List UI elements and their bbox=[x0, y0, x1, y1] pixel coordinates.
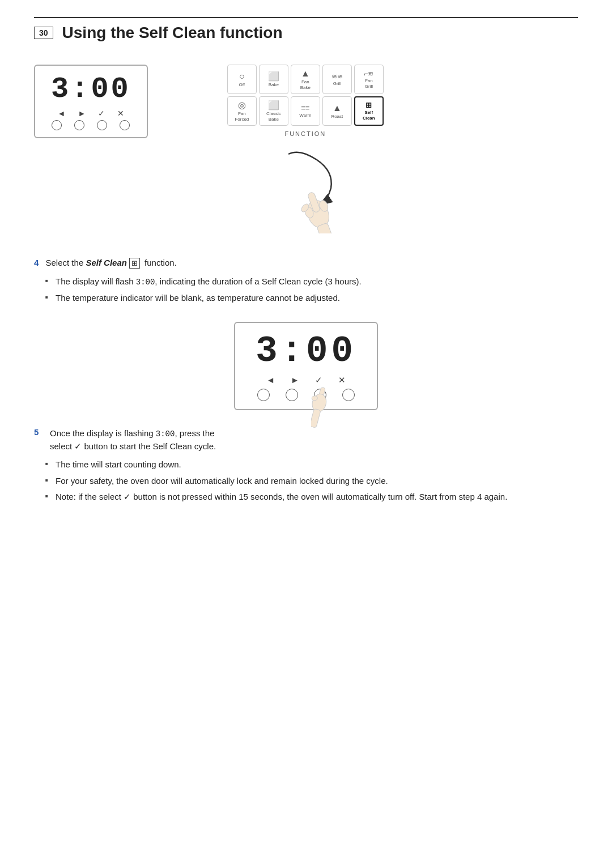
func-grill-icon: ≋≋ bbox=[332, 73, 343, 80]
func-off-icon: ○ bbox=[239, 72, 245, 81]
func-warm-label: Warm bbox=[299, 113, 311, 118]
display-circles-small bbox=[52, 120, 130, 130]
func-roast: ▲ Roast bbox=[322, 96, 352, 126]
func-classic-bake: ⬜ ClassicBake bbox=[259, 96, 288, 126]
display-panel-small: 3:00 ◄ ► ✓ ✕ bbox=[34, 65, 148, 138]
bullet2-item1: The time will start counting down. bbox=[45, 458, 578, 471]
bullets1-list: The display will flash 3:00, indicating … bbox=[45, 275, 578, 305]
btn-fwd-small: ► bbox=[78, 109, 86, 118]
func-roast-icon: ▲ bbox=[333, 104, 342, 113]
middle-diagram-area: 3:00 ◄ ► ✓ ✕ bbox=[34, 322, 578, 410]
display-buttons-small: ◄ ► ✓ ✕ bbox=[58, 109, 125, 118]
func-fan-grill-label: FanGrill bbox=[365, 78, 373, 89]
function-panel-area: ○ Off ⬜ Bake ▲ FanBake ≋≋ Grill ⌐≋ Fan bbox=[227, 65, 384, 235]
func-fan-grill: ⌐≋ FanGrill bbox=[354, 65, 384, 94]
btn-fwd-large: ► bbox=[291, 375, 299, 385]
step4-text-before: Select the bbox=[46, 258, 86, 267]
func-off-label: Off bbox=[239, 82, 245, 88]
func-self-clean-icon: ⊞ bbox=[366, 101, 372, 109]
func-bake-icon: ⬜ bbox=[268, 72, 279, 81]
circle-large-3-wrapper bbox=[314, 389, 326, 401]
circle-3 bbox=[97, 120, 107, 130]
step4-block: 4 Select the Self Clean⊞ function. bbox=[34, 258, 578, 267]
step4-number: 4 bbox=[34, 258, 39, 267]
func-bake: ⬜ Bake bbox=[259, 65, 288, 94]
page-title: Using the Self Clean function bbox=[62, 24, 283, 42]
circle-4 bbox=[120, 120, 130, 130]
func-fan-bake-label: FanBake bbox=[300, 79, 311, 90]
step4-text-after: function. bbox=[142, 258, 177, 267]
func-grill-label: Grill bbox=[333, 81, 341, 87]
flash-time-5: 3:00 bbox=[156, 429, 175, 439]
hand-pointing-svg bbox=[243, 143, 368, 233]
display-panel-large-wrapper: 3:00 ◄ ► ✓ ✕ bbox=[234, 322, 378, 410]
function-grid: ○ Off ⬜ Bake ▲ FanBake ≋≋ Grill ⌐≋ Fan bbox=[227, 65, 384, 126]
display-circles-large bbox=[257, 389, 355, 401]
circle-1 bbox=[52, 120, 62, 130]
bullet1-item2: The temperature indicator will be blank,… bbox=[45, 292, 578, 305]
func-bake-label: Bake bbox=[269, 82, 279, 88]
func-self-clean-label: SelfClean bbox=[363, 110, 375, 121]
display-time-small: 3:00 bbox=[51, 75, 131, 104]
page-header: 30 Using the Self Clean function bbox=[34, 17, 578, 42]
svg-point-9 bbox=[312, 395, 318, 401]
bullet2-item2: For your safety, the oven door will auto… bbox=[45, 475, 578, 488]
func-classic-bake-label: ClassicBake bbox=[266, 111, 281, 122]
step5-block: 5 Once the display is flashing 3:00, pre… bbox=[34, 427, 578, 453]
func-fan-bake-icon: ▲ bbox=[301, 69, 310, 78]
display-time-large: 3:00 bbox=[256, 333, 356, 369]
func-warm-icon: ≡≡ bbox=[301, 104, 309, 112]
func-grill: ≋≋ Grill bbox=[322, 65, 352, 94]
circle-large-2 bbox=[286, 389, 298, 401]
step5-number: 5 bbox=[34, 427, 44, 437]
func-self-clean: ⊞ SelfClean bbox=[354, 96, 384, 126]
func-fan-bake: ▲ FanBake bbox=[291, 65, 320, 94]
btn-back-small: ◄ bbox=[58, 109, 66, 118]
func-fan-forced-label: FanForced bbox=[235, 111, 249, 122]
func-warm: ≡≡ Warm bbox=[291, 96, 320, 126]
step5-text: Once the display is flashing 3:00, press… bbox=[50, 427, 216, 453]
func-classic-bake-icon: ⬜ bbox=[268, 101, 279, 110]
btn-check-small: ✓ bbox=[98, 109, 105, 118]
func-fan-grill-icon: ⌐≋ bbox=[364, 70, 373, 77]
func-fan-forced-icon: ◎ bbox=[238, 101, 246, 110]
flash-time-1: 3:00 bbox=[136, 278, 155, 287]
function-label: FUNCTION bbox=[284, 130, 326, 137]
bullet2-item3: Note: if the select ✓ button is not pres… bbox=[45, 491, 578, 504]
svg-rect-10 bbox=[311, 409, 321, 428]
btn-cross-small: ✕ bbox=[117, 109, 124, 118]
func-fan-forced: ◎ FanForced bbox=[227, 96, 257, 126]
bottom-section: 5 Once the display is flashing 3:00, pre… bbox=[34, 427, 578, 504]
bullet1-item1: The display will flash 3:00, indicating … bbox=[45, 275, 578, 288]
step4-bold: Self Clean bbox=[86, 258, 127, 267]
func-roast-label: Roast bbox=[331, 114, 343, 120]
func-off: ○ Off bbox=[227, 65, 257, 94]
hand-small-svg bbox=[311, 383, 362, 434]
circle-large-1 bbox=[257, 389, 270, 401]
hand-pointing-diagram bbox=[243, 143, 368, 235]
page-number: 30 bbox=[34, 27, 53, 39]
top-diagrams-row: 3:00 ◄ ► ✓ ✕ ○ Off bbox=[34, 65, 578, 235]
bullets2-list: The time will start counting down. For y… bbox=[45, 458, 578, 504]
circle-2 bbox=[74, 120, 84, 130]
step4-self-clean-icon-inline: ⊞ bbox=[129, 258, 140, 269]
btn-back-large: ◄ bbox=[266, 375, 275, 385]
